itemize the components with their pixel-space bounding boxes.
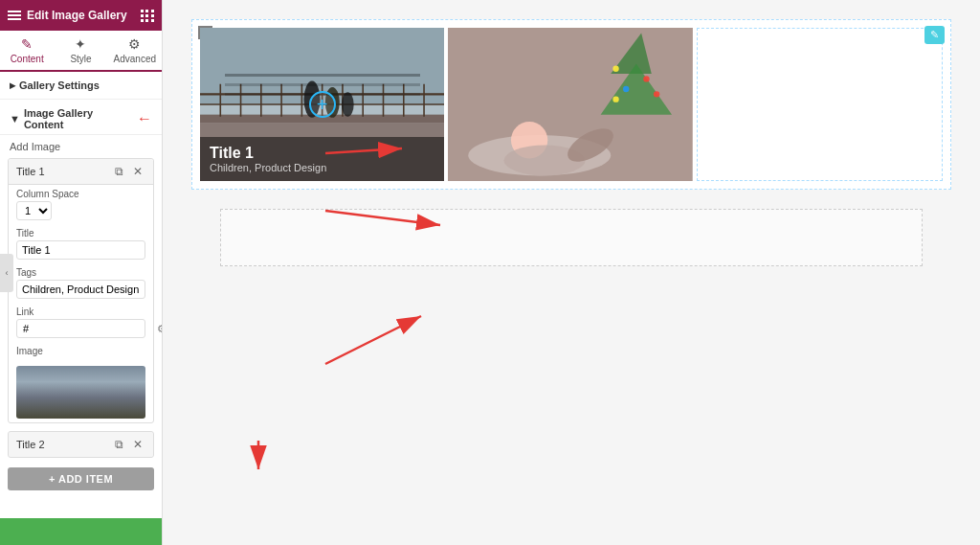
advanced-tab-icon: ⚙ bbox=[128, 36, 141, 52]
style-tab-icon: ✦ bbox=[75, 36, 86, 52]
tab-content-label: Content bbox=[11, 54, 44, 64]
column-space-select[interactable]: 1 2 3 bbox=[16, 201, 52, 220]
image-gallery-content-arrow: ▼ bbox=[10, 113, 20, 125]
link-input[interactable] bbox=[21, 320, 157, 337]
collapse-arrow: ‹ bbox=[6, 268, 9, 278]
item1-actions: ⧉ ✕ bbox=[112, 164, 145, 179]
column-space-label: Column Space bbox=[16, 189, 145, 199]
add-image-label: Add Image bbox=[0, 135, 162, 154]
gallery-image-2[interactable] bbox=[448, 28, 692, 181]
tab-content[interactable]: ✎ Content bbox=[0, 31, 54, 72]
item1-duplicate-btn[interactable]: ⧉ bbox=[112, 164, 126, 179]
item1-thumbnail bbox=[16, 366, 145, 419]
red-arrow-indicator: ← bbox=[137, 110, 152, 127]
hamburger-icon[interactable] bbox=[8, 11, 21, 20]
svg-point-26 bbox=[623, 86, 629, 92]
item2-actions: ⧉ ✕ bbox=[112, 437, 145, 452]
gallery-settings-arrow: ▶ bbox=[10, 81, 15, 90]
sidebar-header-left: Edit Image Gallery bbox=[8, 9, 127, 22]
image1-overlay: Title 1 Children, Product Design bbox=[200, 137, 444, 181]
item-box-title1: Title 1 ⧉ ✕ Column Space 1 2 3 Title Tag… bbox=[8, 158, 154, 423]
item2-header[interactable]: Title 2 ⧉ ✕ bbox=[9, 432, 153, 457]
add-item-button[interactable]: + ADD ITEM bbox=[8, 467, 154, 490]
image-gallery-content-label: Image Gallery Content bbox=[24, 107, 129, 130]
image1-overlay-tags: Children, Product Design bbox=[210, 162, 434, 173]
sidebar-tabs: ✎ Content ✦ Style ⚙ Advanced bbox=[0, 31, 162, 72]
link-field: Link ⚙ bbox=[9, 303, 153, 342]
column-space-select-wrap: 1 2 3 bbox=[16, 201, 145, 220]
gallery-settings-label: Gallery Settings bbox=[19, 79, 100, 91]
title-field: Title bbox=[9, 224, 153, 263]
gallery-edit-icon: ✎ bbox=[930, 29, 939, 40]
gallery-settings-section[interactable]: ▶ Gallery Settings bbox=[0, 72, 162, 100]
item2-delete-btn[interactable]: ✕ bbox=[130, 437, 145, 452]
item2-title: Title 2 bbox=[16, 439, 45, 450]
item1-thumbnail-wrap[interactable] bbox=[16, 366, 145, 419]
tab-advanced[interactable]: ⚙ Advanced bbox=[108, 31, 162, 72]
item-box-title2: Title 2 ⧉ ✕ bbox=[8, 431, 154, 458]
image-gallery-content-section[interactable]: ▼ Image Gallery Content ← bbox=[0, 100, 162, 135]
image1-overlay-title: Title 1 bbox=[210, 145, 434, 162]
column-space-field: Column Space 1 2 3 bbox=[9, 185, 153, 224]
item-title-input[interactable] bbox=[16, 240, 145, 260]
item1-delete-btn[interactable]: ✕ bbox=[130, 164, 145, 179]
item1-title: Title 1 bbox=[16, 166, 45, 177]
baby-image bbox=[448, 28, 692, 181]
tags-label: Tags bbox=[16, 267, 145, 278]
grid-view-icon[interactable] bbox=[141, 10, 154, 22]
collapse-handle[interactable]: ‹ bbox=[0, 254, 13, 292]
sidebar-title: Edit Image Gallery bbox=[27, 9, 127, 22]
gallery-image-1[interactable]: Title 1 Children, Product Design + bbox=[200, 28, 444, 181]
item1-header[interactable]: Title 1 ⧉ ✕ bbox=[9, 159, 153, 185]
gallery-empty-column bbox=[697, 28, 943, 181]
tab-advanced-label: Advanced bbox=[114, 54, 156, 64]
svg-point-28 bbox=[654, 91, 659, 97]
main-area: ⠿ ✎ bbox=[163, 0, 980, 545]
svg-point-25 bbox=[644, 76, 650, 81]
content-tab-icon: ✎ bbox=[21, 36, 33, 52]
bottom-save-bar bbox=[0, 518, 162, 545]
bridge-scene-thumbnail bbox=[16, 366, 145, 419]
canvas-wrap: ⠿ ✎ bbox=[163, 0, 980, 545]
baby-svg bbox=[448, 28, 692, 181]
gallery-widget: ⠿ ✎ bbox=[191, 19, 951, 190]
svg-point-19 bbox=[342, 92, 354, 117]
item-title-label: Title bbox=[16, 228, 145, 238]
image1-plus-btn[interactable]: + bbox=[309, 91, 336, 118]
tags-field: Tags bbox=[9, 263, 153, 303]
link-input-wrap: ⚙ bbox=[16, 319, 145, 338]
tags-input[interactable] bbox=[16, 280, 145, 299]
sidebar-header: Edit Image Gallery bbox=[0, 0, 162, 31]
image-field: Image bbox=[9, 342, 153, 362]
image-label: Image bbox=[16, 346, 145, 356]
sidebar: Edit Image Gallery ✎ Content ✦ Style ⚙ A… bbox=[0, 0, 163, 545]
svg-point-24 bbox=[613, 66, 619, 72]
link-label: Link bbox=[16, 307, 145, 317]
tab-style-label: Style bbox=[70, 54, 91, 64]
item2-duplicate-btn[interactable]: ⧉ bbox=[112, 437, 126, 452]
svg-point-27 bbox=[613, 96, 619, 102]
bottom-placeholder-section bbox=[220, 209, 923, 266]
tab-style[interactable]: ✦ Style bbox=[54, 31, 107, 72]
gallery-images: Title 1 Children, Product Design + bbox=[200, 28, 943, 181]
gallery-edit-button[interactable]: ✎ bbox=[924, 26, 945, 44]
